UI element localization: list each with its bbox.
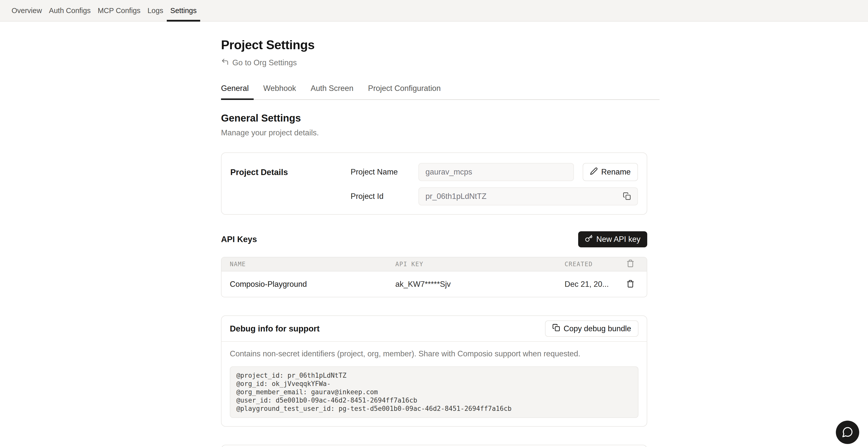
column-header-api-key: API KEY <box>395 261 565 268</box>
nav-item-logs[interactable]: Logs <box>144 0 167 21</box>
table-row: Composio-Playground ak_KW7*****Sjv Dec 2… <box>221 272 647 297</box>
project-name-value: gaurav_mcps <box>426 167 472 177</box>
api-key-masked-value: ak_KW7*****Sjv <box>395 280 565 289</box>
rename-button[interactable]: Rename <box>583 163 638 181</box>
new-api-key-label: New API key <box>596 235 641 244</box>
go-to-org-settings-label: Go to Org Settings <box>232 58 297 67</box>
new-api-key-button[interactable]: New API key <box>578 231 647 247</box>
api-keys-header: API Keys New API key <box>221 231 647 247</box>
copy-icon <box>552 324 560 333</box>
api-key-name: Composio-Playground <box>230 280 395 289</box>
trash-icon <box>626 280 634 289</box>
page-title: Project Settings <box>221 38 647 52</box>
debug-code-block: @project_id: pr_06th1pLdNtTZ @org_id: ok… <box>230 366 639 418</box>
tab-webhook[interactable]: Webhook <box>263 84 296 99</box>
copy-project-id-button[interactable] <box>623 192 631 201</box>
project-name-input[interactable]: gaurav_mcps <box>418 163 574 181</box>
debug-card-header: Debug info for support Copy debug bundle <box>221 316 647 342</box>
api-keys-table: NAME API KEY CREATED Composio-Playground… <box>221 257 647 297</box>
key-icon <box>585 234 593 244</box>
project-id-value: pr_06th1pLdNtTZ <box>426 192 487 201</box>
settings-tabs: General Webhook Auth Screen Project Conf… <box>221 84 659 100</box>
go-to-org-settings-link[interactable]: Go to Org Settings <box>221 58 297 68</box>
nav-item-settings[interactable]: Settings <box>167 0 200 21</box>
project-details-fields: Project Name gaurav_mcps Rename Project … <box>351 163 638 205</box>
corner-up-left-icon <box>221 58 229 68</box>
next-section-card <box>221 445 647 447</box>
chat-widget-button[interactable] <box>836 421 859 444</box>
general-settings-heading: General Settings <box>221 113 647 124</box>
nav-item-auth-configs[interactable]: Auth Configs <box>45 0 94 21</box>
tab-project-configuration[interactable]: Project Configuration <box>368 84 441 99</box>
pencil-icon <box>590 167 598 177</box>
debug-description: Contains non-secret identifiers (project… <box>230 349 639 358</box>
main-content: Project Settings Go to Org Settings Gene… <box>221 38 659 447</box>
general-settings-subheading: Manage your project details. <box>221 128 647 137</box>
copy-icon <box>623 192 631 201</box>
api-key-created-date: Dec 21, 20... <box>565 280 622 289</box>
project-details-title: Project Details <box>230 163 351 205</box>
rename-label: Rename <box>601 167 631 177</box>
nav-item-mcp-configs[interactable]: MCP Configs <box>94 0 144 21</box>
tab-auth-screen[interactable]: Auth Screen <box>311 84 353 99</box>
project-details-card: Project Details Project Name gaurav_mcps… <box>221 153 647 215</box>
delete-api-key-button[interactable] <box>626 280 634 289</box>
api-keys-table-header: NAME API KEY CREATED <box>221 257 647 272</box>
nav-item-overview[interactable]: Overview <box>8 0 45 21</box>
column-header-created: CREATED <box>565 261 622 268</box>
project-name-row: Project Name gaurav_mcps Rename <box>351 163 638 181</box>
project-id-input: pr_06th1pLdNtTZ <box>418 187 638 205</box>
debug-card-title: Debug info for support <box>230 324 319 333</box>
message-circle-icon <box>842 426 854 439</box>
project-id-label: Project Id <box>351 192 418 201</box>
debug-card-body: Contains non-secret identifiers (project… <box>221 342 647 426</box>
column-header-name: NAME <box>230 261 395 268</box>
top-nav: Overview Auth Configs MCP Configs Logs S… <box>0 0 868 22</box>
copy-debug-bundle-label: Copy debug bundle <box>564 324 631 333</box>
tab-general[interactable]: General <box>221 84 249 99</box>
copy-debug-bundle-button[interactable]: Copy debug bundle <box>545 320 639 337</box>
debug-info-card: Debug info for support Copy debug bundle… <box>221 315 647 427</box>
trash-icon <box>626 259 634 269</box>
api-keys-heading: API Keys <box>221 234 257 244</box>
project-id-row: Project Id pr_06th1pLdNtTZ <box>351 187 638 205</box>
project-name-label: Project Name <box>351 167 418 177</box>
